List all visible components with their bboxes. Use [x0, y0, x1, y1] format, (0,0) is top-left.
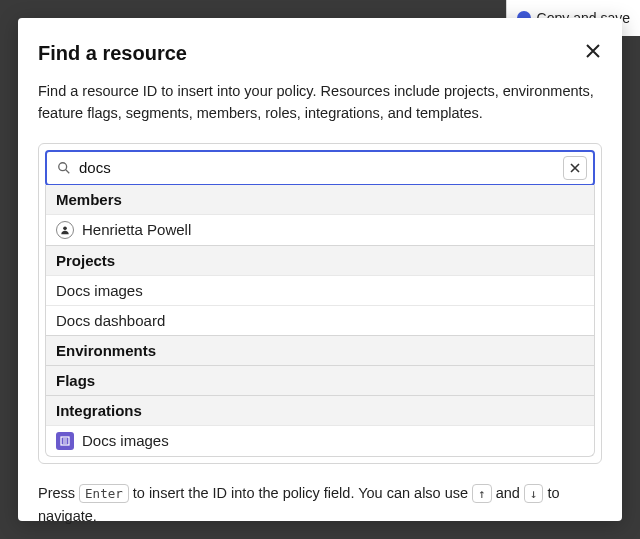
- close-button[interactable]: [584, 42, 602, 62]
- group-header-members: Members: [46, 185, 594, 214]
- enter-key: Enter: [79, 484, 129, 504]
- search-icon: [57, 161, 71, 175]
- result-item-label: Docs images: [82, 432, 169, 449]
- arrow-down-key: ↓: [524, 484, 544, 504]
- search-input[interactable]: [79, 159, 555, 176]
- group-header-integrations: Integrations: [46, 395, 594, 425]
- svg-line-1: [66, 169, 70, 173]
- result-item-project[interactable]: Docs dashboard: [46, 305, 594, 335]
- result-item-member[interactable]: Henrietta Powell: [46, 214, 594, 245]
- result-item-integration[interactable]: Docs images: [46, 425, 594, 456]
- results-list: Members Henrietta Powell Projects Docs i…: [45, 185, 595, 457]
- result-item-label: Henrietta Powell: [82, 221, 191, 238]
- clear-search-button[interactable]: [563, 156, 587, 180]
- search-container: Members Henrietta Powell Projects Docs i…: [38, 143, 602, 464]
- modal-description: Find a resource ID to insert into your p…: [38, 81, 602, 125]
- result-item-label: Docs images: [56, 282, 143, 299]
- integration-icon: [56, 432, 74, 450]
- footer-hint: Press Enter to insert the ID into the po…: [38, 482, 602, 528]
- close-icon: [586, 44, 600, 58]
- group-header-flags: Flags: [46, 365, 594, 395]
- result-item-label: Docs dashboard: [56, 312, 165, 329]
- group-header-environments: Environments: [46, 335, 594, 365]
- modal-header: Find a resource: [38, 42, 602, 65]
- find-resource-modal: Find a resource Find a resource ID to in…: [18, 18, 622, 521]
- footer-text: and: [492, 485, 524, 501]
- avatar-icon: [56, 221, 74, 239]
- footer-text: to insert the ID into the policy field. …: [129, 485, 472, 501]
- group-header-projects: Projects: [46, 245, 594, 275]
- result-item-project[interactable]: Docs images: [46, 275, 594, 305]
- modal-title: Find a resource: [38, 42, 187, 65]
- x-icon: [570, 163, 580, 173]
- svg-point-2: [63, 226, 67, 230]
- footer-text: Press: [38, 485, 79, 501]
- svg-point-0: [59, 162, 67, 170]
- search-box[interactable]: [45, 150, 595, 186]
- arrow-up-key: ↑: [472, 484, 492, 504]
